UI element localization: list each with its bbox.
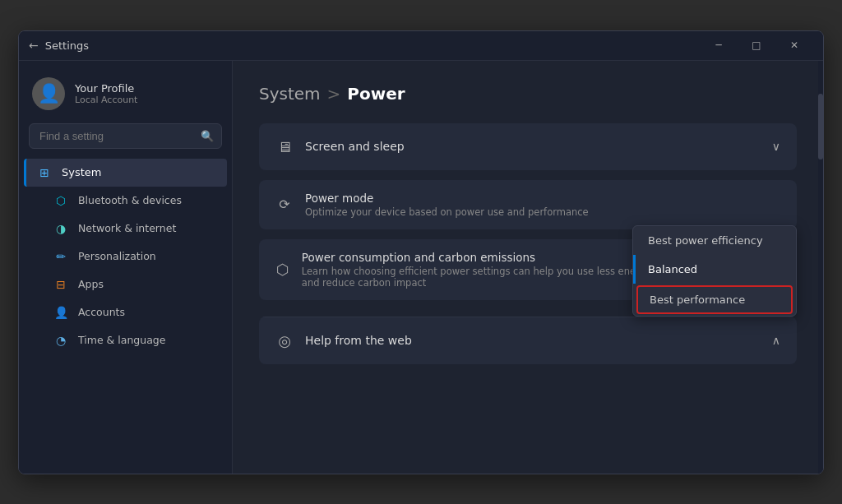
screen-sleep-header[interactable]: 🖥 Screen and sleep ∨ xyxy=(259,123,797,170)
sidebar: 👤 Your Profile Local Account 🔍 ⊞ System … xyxy=(19,61,233,474)
help-card-title: Help from the web xyxy=(305,334,412,347)
dropdown-item-efficiency[interactable]: Best power efficiency xyxy=(633,226,796,255)
apps-icon: ⊟ xyxy=(53,277,68,292)
power-mode-icon: ⟳ xyxy=(275,197,294,212)
avatar-icon: 👤 xyxy=(38,83,60,104)
sidebar-item-accounts[interactable]: 👤 Accounts xyxy=(24,298,227,326)
help-card: ◎ Help from the web ∧ xyxy=(259,317,797,364)
search-icon: 🔍 xyxy=(201,130,214,142)
sidebar-label-network: Network & internet xyxy=(78,222,176,234)
avatar: 👤 xyxy=(32,77,65,110)
sidebar-label-time: Time & language xyxy=(78,334,165,346)
sidebar-label-bluetooth: Bluetooth & devices xyxy=(78,194,182,206)
sidebar-label-personalization: Personalization xyxy=(78,250,156,262)
sidebar-item-network[interactable]: ◑ Network & internet xyxy=(24,215,227,243)
user-sub: Local Account xyxy=(75,95,137,105)
sidebar-label-accounts: Accounts xyxy=(78,306,125,318)
user-section: 👤 Your Profile Local Account xyxy=(19,71,232,123)
settings-window: ← Settings ─ □ ✕ 👤 Your Profile Local Ac… xyxy=(18,30,824,474)
time-icon: ◔ xyxy=(53,333,68,348)
power-mode-title: Power mode xyxy=(305,192,589,205)
close-button[interactable]: ✕ xyxy=(775,30,813,60)
help-icon: ◎ xyxy=(275,332,294,349)
back-button[interactable]: ← xyxy=(29,39,39,52)
minimize-button[interactable]: ─ xyxy=(700,30,738,60)
breadcrumb: System > Power xyxy=(259,84,797,104)
scrollbar-track xyxy=(818,61,823,474)
maximize-button[interactable]: □ xyxy=(738,30,775,60)
sidebar-item-bluetooth[interactable]: ⬡ Bluetooth & devices xyxy=(24,187,227,215)
system-icon: ⊞ xyxy=(37,165,52,180)
dropdown-item-balanced[interactable]: Balanced xyxy=(633,255,796,284)
user-name: Your Profile xyxy=(75,82,137,95)
main-panel: System > Power 🖥 Screen and sleep ∨ xyxy=(233,61,823,474)
user-info: Your Profile Local Account xyxy=(75,82,137,105)
screen-sleep-icon: 🖥 xyxy=(275,138,294,155)
sidebar-item-system[interactable]: ⊞ System xyxy=(24,159,227,187)
personalization-icon: ✏ xyxy=(53,249,68,264)
scrollbar-thumb[interactable] xyxy=(818,94,823,160)
power-mode-left: ⟳ Power mode Optimize your device based … xyxy=(275,192,589,218)
sidebar-item-personalization[interactable]: ✏ Personalization xyxy=(24,243,227,270)
main-content: 👤 Your Profile Local Account 🔍 ⊞ System … xyxy=(19,61,823,474)
screen-sleep-title: Screen and sleep xyxy=(305,140,405,153)
help-card-header[interactable]: ◎ Help from the web ∧ xyxy=(259,317,797,364)
bluetooth-icon: ⬡ xyxy=(53,193,68,208)
sidebar-item-apps[interactable]: ⊟ Apps xyxy=(24,270,227,298)
search-box: 🔍 xyxy=(29,123,222,149)
power-mode-sub: Optimize your device based on power use … xyxy=(305,206,589,218)
dropdown-item-performance[interactable]: Best performance xyxy=(636,285,793,314)
screen-sleep-card: 🖥 Screen and sleep ∨ xyxy=(259,123,797,170)
breadcrumb-separator: > xyxy=(327,84,341,104)
window-title: Settings xyxy=(45,39,89,52)
power-mode-dropdown: Best power efficiency Balanced Best perf… xyxy=(632,225,797,317)
window-controls: ─ □ ✕ xyxy=(700,30,813,60)
search-input[interactable] xyxy=(29,123,222,149)
sidebar-label-apps: Apps xyxy=(78,278,104,290)
screen-sleep-chevron: ∨ xyxy=(772,140,780,153)
breadcrumb-current: Power xyxy=(347,84,405,104)
titlebar: ← Settings ─ □ ✕ xyxy=(19,31,823,61)
accounts-icon: 👤 xyxy=(53,305,68,320)
breadcrumb-parent: System xyxy=(259,84,321,104)
sidebar-label-system: System xyxy=(62,166,101,178)
network-icon: ◑ xyxy=(53,221,68,236)
power-mode-row: ⟳ Power mode Optimize your device based … xyxy=(259,180,797,229)
screen-sleep-header-left: 🖥 Screen and sleep xyxy=(275,138,405,155)
power-consumption-icon: ⬡ xyxy=(275,261,290,278)
titlebar-left: ← Settings xyxy=(29,39,89,52)
help-card-header-left: ◎ Help from the web xyxy=(275,332,412,349)
power-mode-text: Power mode Optimize your device based on… xyxy=(305,192,589,218)
help-card-chevron: ∧ xyxy=(772,334,780,347)
sidebar-item-time[interactable]: ◔ Time & language xyxy=(24,326,227,354)
power-mode-card: ⟳ Power mode Optimize your device based … xyxy=(259,180,797,229)
